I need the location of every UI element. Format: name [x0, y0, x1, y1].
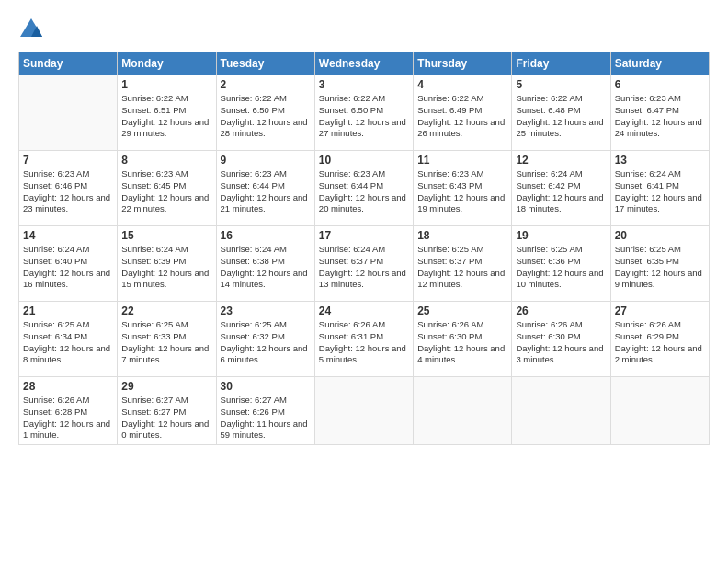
- day-info: Sunrise: 6:26 AM Sunset: 6:30 PM Dayligh…: [516, 319, 606, 366]
- day-cell: 28Sunrise: 6:26 AM Sunset: 6:28 PM Dayli…: [19, 377, 118, 445]
- day-number: 14: [23, 229, 113, 242]
- day-info: Sunrise: 6:25 AM Sunset: 6:37 PM Dayligh…: [417, 244, 507, 291]
- day-info: Sunrise: 6:26 AM Sunset: 6:28 PM Dayligh…: [23, 395, 113, 442]
- day-info: Sunrise: 6:24 AM Sunset: 6:38 PM Dayligh…: [221, 244, 311, 291]
- day-number: 21: [23, 304, 113, 317]
- logo: [18, 17, 48, 42]
- day-number: 3: [319, 78, 409, 91]
- day-number: 27: [615, 304, 705, 317]
- day-info: Sunrise: 6:23 AM Sunset: 6:45 PM Dayligh…: [121, 168, 211, 215]
- day-info: Sunrise: 6:23 AM Sunset: 6:44 PM Dayligh…: [221, 168, 311, 215]
- day-number: 1: [121, 78, 211, 91]
- day-cell: 25Sunrise: 6:26 AM Sunset: 6:30 PM Dayli…: [414, 302, 512, 377]
- day-info: Sunrise: 6:23 AM Sunset: 6:43 PM Dayligh…: [417, 168, 507, 215]
- day-info: Sunrise: 6:26 AM Sunset: 6:30 PM Dayligh…: [417, 319, 507, 366]
- day-number: 28: [23, 380, 113, 393]
- day-info: Sunrise: 6:23 AM Sunset: 6:46 PM Dayligh…: [23, 168, 113, 215]
- day-cell: [512, 377, 610, 445]
- logo-icon: [18, 17, 44, 42]
- day-info: Sunrise: 6:26 AM Sunset: 6:31 PM Dayligh…: [319, 319, 409, 366]
- header-cell-monday: Monday: [118, 52, 216, 75]
- header-cell-tuesday: Tuesday: [216, 52, 314, 75]
- day-cell: 17Sunrise: 6:24 AM Sunset: 6:37 PM Dayli…: [314, 226, 413, 302]
- day-info: Sunrise: 6:25 AM Sunset: 6:32 PM Dayligh…: [221, 319, 311, 366]
- day-number: 20: [615, 229, 705, 242]
- day-number: 13: [615, 154, 705, 167]
- week-row-2: 7Sunrise: 6:23 AM Sunset: 6:46 PM Daylig…: [19, 151, 710, 226]
- day-cell: 24Sunrise: 6:26 AM Sunset: 6:31 PM Dayli…: [314, 302, 413, 377]
- day-info: Sunrise: 6:22 AM Sunset: 6:50 PM Dayligh…: [221, 93, 311, 140]
- day-number: 12: [516, 154, 606, 167]
- day-cell: [610, 377, 709, 445]
- header-cell-wednesday: Wednesday: [314, 52, 413, 75]
- day-number: 9: [221, 154, 311, 167]
- day-cell: 23Sunrise: 6:25 AM Sunset: 6:32 PM Dayli…: [216, 302, 314, 377]
- header-cell-sunday: Sunday: [19, 52, 118, 75]
- day-info: Sunrise: 6:25 AM Sunset: 6:34 PM Dayligh…: [23, 319, 113, 366]
- day-number: 23: [221, 304, 311, 317]
- day-number: 26: [516, 304, 606, 317]
- day-number: 2: [221, 78, 311, 91]
- day-cell: 8Sunrise: 6:23 AM Sunset: 6:45 PM Daylig…: [118, 151, 216, 226]
- day-cell: [19, 75, 118, 151]
- day-info: Sunrise: 6:27 AM Sunset: 6:26 PM Dayligh…: [221, 395, 311, 442]
- header-cell-friday: Friday: [512, 52, 610, 75]
- day-info: Sunrise: 6:22 AM Sunset: 6:51 PM Dayligh…: [121, 93, 211, 140]
- day-cell: 20Sunrise: 6:25 AM Sunset: 6:35 PM Dayli…: [610, 226, 709, 302]
- day-cell: 18Sunrise: 6:25 AM Sunset: 6:37 PM Dayli…: [414, 226, 512, 302]
- day-cell: 15Sunrise: 6:24 AM Sunset: 6:39 PM Dayli…: [118, 226, 216, 302]
- day-cell: 27Sunrise: 6:26 AM Sunset: 6:29 PM Dayli…: [610, 302, 709, 377]
- day-info: Sunrise: 6:24 AM Sunset: 6:41 PM Dayligh…: [615, 168, 705, 215]
- day-number: 6: [615, 78, 705, 91]
- day-cell: 6Sunrise: 6:23 AM Sunset: 6:47 PM Daylig…: [610, 75, 709, 151]
- header: [18, 17, 710, 42]
- day-info: Sunrise: 6:24 AM Sunset: 6:40 PM Dayligh…: [23, 244, 113, 291]
- day-cell: 29Sunrise: 6:27 AM Sunset: 6:27 PM Dayli…: [118, 377, 216, 445]
- day-cell: 7Sunrise: 6:23 AM Sunset: 6:46 PM Daylig…: [19, 151, 118, 226]
- day-number: 24: [319, 304, 409, 317]
- day-info: Sunrise: 6:25 AM Sunset: 6:36 PM Dayligh…: [516, 244, 606, 291]
- day-number: 10: [319, 154, 409, 167]
- day-number: 25: [417, 304, 507, 317]
- day-info: Sunrise: 6:26 AM Sunset: 6:29 PM Dayligh…: [615, 319, 705, 366]
- day-number: 16: [221, 229, 311, 242]
- day-cell: 14Sunrise: 6:24 AM Sunset: 6:40 PM Dayli…: [19, 226, 118, 302]
- day-number: 15: [121, 229, 211, 242]
- header-cell-thursday: Thursday: [414, 52, 512, 75]
- day-info: Sunrise: 6:25 AM Sunset: 6:33 PM Dayligh…: [121, 319, 211, 366]
- day-cell: 30Sunrise: 6:27 AM Sunset: 6:26 PM Dayli…: [216, 377, 314, 445]
- day-number: 8: [121, 154, 211, 167]
- day-info: Sunrise: 6:22 AM Sunset: 6:50 PM Dayligh…: [319, 93, 409, 140]
- day-number: 18: [417, 229, 507, 242]
- header-row: SundayMondayTuesdayWednesdayThursdayFrid…: [19, 52, 710, 75]
- week-row-5: 28Sunrise: 6:26 AM Sunset: 6:28 PM Dayli…: [19, 377, 710, 445]
- day-number: 30: [221, 380, 311, 393]
- day-info: Sunrise: 6:23 AM Sunset: 6:47 PM Dayligh…: [615, 93, 705, 140]
- day-info: Sunrise: 6:22 AM Sunset: 6:48 PM Dayligh…: [516, 93, 606, 140]
- day-number: 22: [121, 304, 211, 317]
- day-cell: 2Sunrise: 6:22 AM Sunset: 6:50 PM Daylig…: [216, 75, 314, 151]
- day-info: Sunrise: 6:27 AM Sunset: 6:27 PM Dayligh…: [121, 395, 211, 442]
- day-cell: 13Sunrise: 6:24 AM Sunset: 6:41 PM Dayli…: [610, 151, 709, 226]
- day-number: 19: [516, 229, 606, 242]
- day-cell: [314, 377, 413, 445]
- day-info: Sunrise: 6:24 AM Sunset: 6:42 PM Dayligh…: [516, 168, 606, 215]
- calendar-table: SundayMondayTuesdayWednesdayThursdayFrid…: [18, 52, 710, 445]
- day-number: 4: [417, 78, 507, 91]
- day-cell: 9Sunrise: 6:23 AM Sunset: 6:44 PM Daylig…: [216, 151, 314, 226]
- day-cell: 3Sunrise: 6:22 AM Sunset: 6:50 PM Daylig…: [314, 75, 413, 151]
- day-info: Sunrise: 6:25 AM Sunset: 6:35 PM Dayligh…: [615, 244, 705, 291]
- week-row-4: 21Sunrise: 6:25 AM Sunset: 6:34 PM Dayli…: [19, 302, 710, 377]
- header-cell-saturday: Saturday: [610, 52, 709, 75]
- day-number: 7: [23, 154, 113, 167]
- day-info: Sunrise: 6:22 AM Sunset: 6:49 PM Dayligh…: [417, 93, 507, 140]
- day-cell: 10Sunrise: 6:23 AM Sunset: 6:44 PM Dayli…: [314, 151, 413, 226]
- page: SundayMondayTuesdayWednesdayThursdayFrid…: [0, 0, 728, 563]
- day-cell: 4Sunrise: 6:22 AM Sunset: 6:49 PM Daylig…: [414, 75, 512, 151]
- day-cell: 1Sunrise: 6:22 AM Sunset: 6:51 PM Daylig…: [118, 75, 216, 151]
- day-number: 11: [417, 154, 507, 167]
- day-cell: 16Sunrise: 6:24 AM Sunset: 6:38 PM Dayli…: [216, 226, 314, 302]
- day-number: 5: [516, 78, 606, 91]
- day-info: Sunrise: 6:24 AM Sunset: 6:37 PM Dayligh…: [319, 244, 409, 291]
- day-cell: 26Sunrise: 6:26 AM Sunset: 6:30 PM Dayli…: [512, 302, 610, 377]
